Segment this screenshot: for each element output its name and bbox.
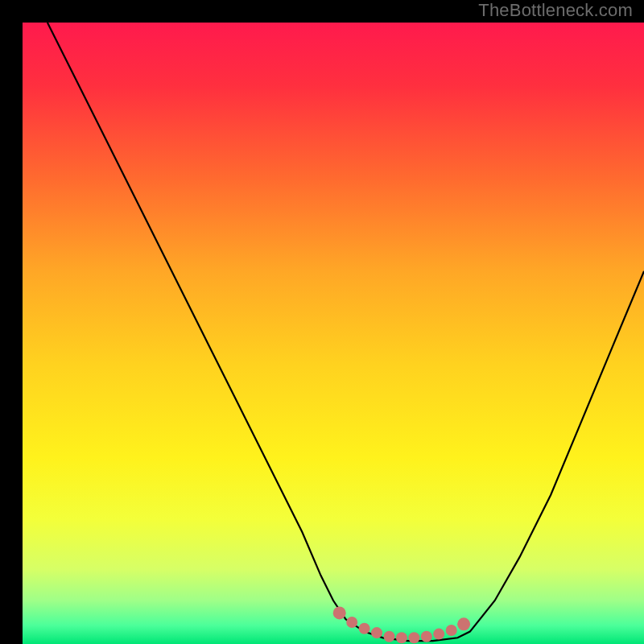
gradient-background	[23, 23, 644, 644]
marker-dot	[446, 625, 457, 636]
marker-dot	[408, 632, 419, 643]
marker-dot	[457, 617, 470, 630]
bottleneck-chart	[23, 23, 644, 644]
marker-dot	[346, 617, 357, 628]
marker-dot	[384, 631, 395, 642]
chart-frame	[11, 11, 633, 633]
watermark-text: TheBottleneck.com	[478, 0, 633, 21]
marker-dot	[421, 631, 432, 642]
marker-dot	[433, 629, 444, 640]
marker-dot	[396, 632, 407, 643]
marker-dot	[371, 627, 382, 638]
marker-dot	[359, 623, 370, 634]
marker-dot	[333, 606, 346, 619]
